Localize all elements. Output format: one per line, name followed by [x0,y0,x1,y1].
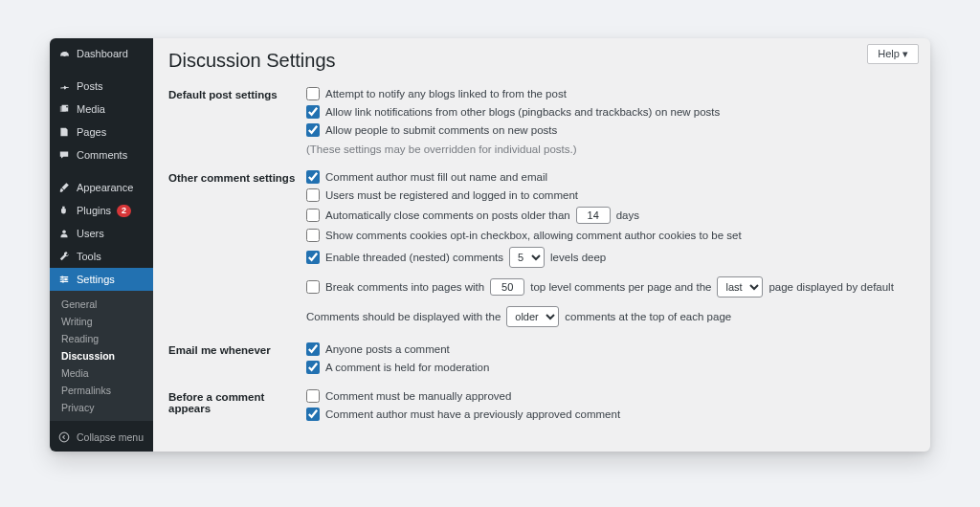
checkbox-prev-approved[interactable] [306,408,320,421]
section-before: Before a comment appears Comment must be… [168,389,915,421]
opt-registered[interactable]: Users must be registered and logged in t… [306,188,915,202]
sidebar-item-settings[interactable]: Settings [50,268,153,291]
opt-email-held[interactable]: A comment is held for moderation [306,361,915,374]
submenu-discussion[interactable]: Discussion [50,347,153,364]
sidebar-item-media[interactable]: Media [50,98,153,121]
chevron-left-circle-icon [57,430,71,444]
checkbox-allow-comments[interactable] [306,123,320,137]
pin-icon [57,79,71,93]
input-paginate-num[interactable] [490,278,524,296]
opt-allow-comments[interactable]: Allow people to submit comments on new p… [306,123,915,137]
page-title: Discussion Settings [168,50,915,72]
opt-cookies[interactable]: Show comments cookies opt-in checkbox, a… [306,229,915,242]
checkbox-label-pre: Break comments into pages with [325,281,484,293]
checkbox-label-post: days [616,209,639,221]
select-comment-order[interactable]: older [506,306,559,327]
pages-icon [57,125,71,139]
select-threaded-levels[interactable]: 5 [509,247,545,268]
sidebar-item-users[interactable]: Users [50,222,153,245]
comments-icon [57,148,71,162]
settings-main: Help ▾ Discussion Settings Default post … [153,38,930,452]
label-order-post: comments at the top of each page [565,311,731,322]
section-other-comment: Other comment settings Comment author mu… [168,170,915,327]
checkbox-label: Show comments cookies opt-in checkbox, a… [325,230,742,241]
help-tab[interactable]: Help ▾ [867,44,919,64]
opt-paginate[interactable]: Break comments into pages with top level… [306,276,915,298]
section-heading: Email me whenever [168,342,306,356]
checkbox-label: A comment is held for moderation [325,362,489,373]
sidebar-item-pages[interactable]: Pages [50,121,153,143]
submenu-privacy[interactable]: Privacy [50,399,153,416]
checkbox-registered[interactable] [306,188,320,202]
checkbox-label: Comment author must fill out name and em… [325,171,547,183]
section-heading: Before a comment appears [168,389,306,414]
select-paginate-page[interactable]: last [717,276,763,298]
admin-window: Dashboard Posts Media Pages Comm [50,38,930,452]
sidebar-label: Dashboard [77,48,128,59]
submenu-writing[interactable]: Writing [50,313,153,330]
sidebar-label: Posts [77,80,103,92]
sidebar-item-posts[interactable]: Posts [50,75,153,98]
sidebar-item-plugins[interactable]: Plugins 2 [50,199,153,222]
checkbox-label-pre: Automatically close comments on posts ol… [325,209,570,221]
default-post-note: (These settings may be overridden for in… [306,143,915,155]
sidebar-item-dashboard[interactable]: Dashboard [50,42,153,65]
opt-prev-approved[interactable]: Comment author must have a previously ap… [306,408,915,421]
sidebar-label: Users [77,228,104,239]
brush-icon [57,181,71,194]
svg-point-8 [65,278,67,280]
sidebar-label: Plugins [77,205,111,216]
submenu-general[interactable]: General [50,296,153,313]
checkbox-label: Attempt to notify any blogs linked to fr… [325,88,567,99]
svg-point-0 [63,54,66,56]
sidebar-item-comments[interactable]: Comments [50,143,153,166]
opt-autoclose[interactable]: Automatically close comments on posts ol… [306,207,915,224]
checkbox-label: Users must be registered and logged in t… [325,189,578,201]
checkbox-name-email[interactable] [306,170,320,184]
opt-pingback[interactable]: Allow link notifications from other blog… [306,105,915,119]
wrench-icon [57,250,71,263]
submenu-permalinks[interactable]: Permalinks [50,382,153,399]
admin-sidebar: Dashboard Posts Media Pages Comm [50,38,153,452]
sidebar-item-appearance[interactable]: Appearance [50,176,153,199]
section-heading: Other comment settings [168,170,306,184]
plug-icon [57,204,71,217]
sidebar-label: Media [77,103,105,115]
checkbox-label: Comment author must have a previously ap… [325,408,620,420]
sidebar-label: Appearance [77,182,133,193]
opt-name-email[interactable]: Comment author must fill out name and em… [306,170,915,184]
checkbox-pingback[interactable] [306,105,320,119]
submenu-reading[interactable]: Reading [50,330,153,347]
svg-point-7 [61,276,63,277]
opt-comment-order: Comments should be displayed with the ol… [306,306,915,327]
sidebar-label: Settings [77,274,115,285]
svg-point-10 [59,432,69,442]
checkbox-email-held[interactable] [306,361,320,374]
svg-point-9 [62,280,64,282]
opt-email-anyone[interactable]: Anyone posts a comment [306,342,915,356]
opt-notify-linked[interactable]: Attempt to notify any blogs linked to fr… [306,87,915,100]
user-icon [57,227,71,240]
checkbox-autoclose[interactable] [306,209,320,222]
plugins-badge: 2 [117,205,131,217]
checkbox-paginate[interactable] [306,280,320,294]
checkbox-cookies[interactable] [306,229,320,242]
checkbox-label: Anyone posts a comment [325,343,450,355]
checkbox-label: Allow link notifications from other blog… [325,106,720,118]
svg-point-3 [62,230,66,233]
submenu-media[interactable]: Media [50,364,153,382]
collapse-menu[interactable]: Collapse menu [50,425,153,450]
checkbox-label-post: levels deep [550,252,606,263]
sidebar-label: Tools [77,251,101,262]
checkbox-manual-approve[interactable] [306,389,320,403]
sidebar-label: Comments [77,149,127,161]
checkbox-email-anyone[interactable] [306,342,320,356]
opt-threaded[interactable]: Enable threaded (nested) comments 5 leve… [306,247,915,268]
checkbox-label-post: page displayed by default [768,281,893,293]
checkbox-label-pre: Enable threaded (nested) comments [325,252,503,263]
checkbox-notify-linked[interactable] [306,87,320,100]
opt-manual-approve[interactable]: Comment must be manually approved [306,389,915,403]
input-autoclose-days[interactable] [576,207,611,224]
sidebar-item-tools[interactable]: Tools [50,245,153,268]
checkbox-threaded[interactable] [306,251,320,264]
